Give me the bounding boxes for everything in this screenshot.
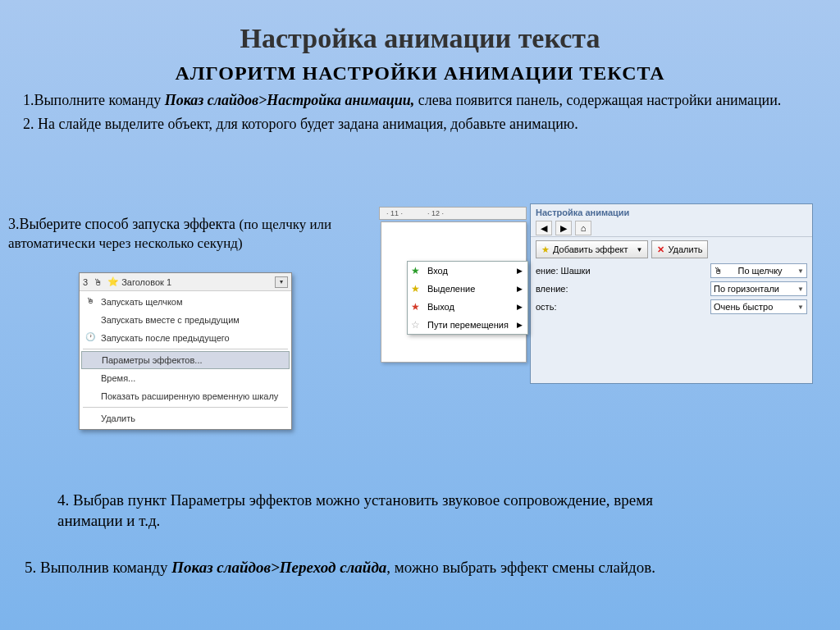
flyout-entrance[interactable]: ★Вход▶ (408, 262, 527, 280)
step-1: 1.Выполните команду Показ слайдов>Настро… (23, 91, 817, 110)
animation-settings-pane: Настройка анимации ◀ ▶ ⌂ ★ Добавить эффе… (530, 203, 813, 384)
label: ость: (536, 302, 556, 312)
label: вление: (536, 284, 568, 294)
menu-start-after-previous[interactable]: 🕐Запускать после предыдущего (81, 329, 290, 347)
star-icon: ★ (411, 301, 420, 313)
add-effect-flyout: ★Вход▶ ★Выделение▶ ★Выход▶ ☆Пути перемещ… (407, 261, 528, 335)
menu-timing[interactable]: Время... (81, 369, 290, 387)
menu-show-timeline[interactable]: Показать расширенную временную шкалу (81, 387, 290, 405)
animation-pane-screenshot: · 11 · · 12 · Настройка анимации ◀ ▶ ⌂ ★… (379, 203, 814, 384)
step-4: 4. Выбрав пункт Параметры эффектов можно… (57, 491, 697, 531)
slide-title: Настройка анимации текста (0, 0, 840, 54)
remove-button[interactable]: ✕ Удалить (651, 240, 708, 258)
nav-back-icon[interactable]: ◀ (536, 221, 552, 235)
nav-forward-icon[interactable]: ▶ (555, 221, 572, 235)
direction-select[interactable]: По горизонтали▼ (710, 281, 807, 296)
speed-select[interactable]: Очень быстро▼ (710, 299, 807, 314)
chevron-down-icon: ▼ (636, 246, 642, 253)
home-icon[interactable]: ⌂ (575, 221, 591, 235)
clock-icon: 🕐 (84, 332, 96, 344)
remove-x-icon: ✕ (657, 244, 664, 255)
star-icon: ★ (411, 283, 420, 294)
star-icon: ★ (541, 244, 550, 255)
star-icon: ☆ (411, 319, 420, 331)
menu-start-with-previous[interactable]: Запускать вместе с предыдущим (81, 311, 290, 329)
step-3: 3.Выберите способ запуска эффекта (по ще… (8, 215, 353, 253)
add-effect-button[interactable]: ★ Добавить эффект ▼ (536, 240, 648, 258)
chevron-down-icon[interactable]: ▾ (275, 276, 288, 288)
algorithm-title: АЛГОРИТМ НАСТРОЙКИ АНИМАЦИИ ТЕКСТА (0, 62, 840, 84)
flyout-exit[interactable]: ★Выход▶ (408, 298, 527, 316)
menu-delete[interactable]: Удалить (81, 409, 290, 427)
mouse-icon: 🖱 (94, 277, 103, 287)
flyout-motion-paths[interactable]: ☆Пути перемещения▶ (408, 316, 527, 334)
label: ение: Шашки (536, 266, 591, 276)
step-5: 5. Выполнив команду Показ слайдов>Перехо… (25, 558, 763, 578)
effect-context-menu: 🖱Запускать щелчком Запускать вместе с пр… (80, 291, 291, 429)
menu-start-on-click[interactable]: 🖱Запускать щелчком (81, 293, 290, 311)
effect-item-header[interactable]: 3 🖱 ⭐ Заголовок 1 ▾ (80, 273, 291, 291)
menu-effect-options[interactable]: Параметры эффектов... (81, 351, 290, 369)
start-select[interactable]: 🖱 По щелчку▼ (710, 263, 807, 278)
pane-title: Настройка анимации (531, 204, 812, 219)
step-2: 2. На слайде выделите объект, для которо… (23, 115, 817, 134)
star-icon: ⭐ (107, 276, 119, 287)
flyout-emphasis[interactable]: ★Выделение▶ (408, 280, 527, 298)
star-icon: ★ (411, 265, 420, 276)
ruler: · 11 · · 12 · (379, 207, 527, 220)
effect-dropdown-screenshot: 3 🖱 ⭐ Заголовок 1 ▾ 🖱Запускать щелчком З… (79, 272, 292, 430)
mouse-icon: 🖱 (84, 296, 96, 308)
